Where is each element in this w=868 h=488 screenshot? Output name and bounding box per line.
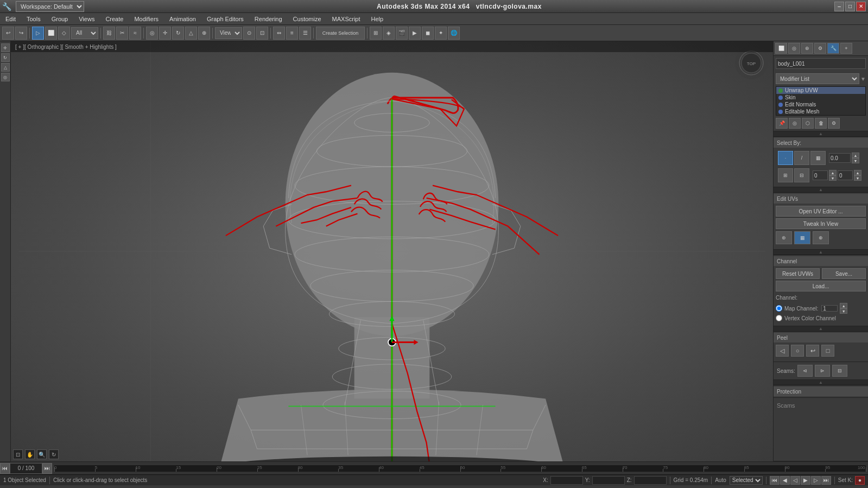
sb-edge-btn[interactable]: /: [794, 151, 809, 165]
tb-select-rotate[interactable]: ↻: [172, 27, 184, 40]
tb-unlink[interactable]: ✂: [116, 27, 128, 40]
rp-utility-btn[interactable]: ⚙: [814, 43, 826, 54]
anim-play-back[interactable]: ◁: [790, 476, 800, 485]
anim-prev-frame[interactable]: ◀: [780, 476, 790, 485]
tb-undo[interactable]: ↩: [2, 27, 14, 40]
ls-rotate[interactable]: ↻: [1, 53, 10, 62]
map-channel-value[interactable]: [821, 305, 838, 312]
peel-header[interactable]: Peel: [774, 333, 868, 343]
tb-render[interactable]: ▶: [409, 27, 421, 40]
view-maximize[interactable]: ⊡: [13, 449, 23, 459]
y-coord[interactable]: [592, 476, 625, 485]
select-filter-dropdown[interactable]: All: [71, 27, 98, 39]
val3-up[interactable]: ▲: [854, 170, 861, 175]
tb-quicksilver[interactable]: ✦: [435, 27, 447, 40]
set-key-btn[interactable]: ●: [855, 476, 865, 485]
view-zoom[interactable]: 🔍: [37, 449, 47, 459]
sb-shrink-btn[interactable]: ⊟: [794, 168, 809, 182]
mc-down[interactable]: ▼: [840, 308, 847, 314]
menu-maxscript[interactable]: MAXScript: [327, 13, 366, 25]
rp-motion-btn[interactable]: ◎: [788, 43, 800, 54]
peel-undo-btn[interactable]: ↩: [806, 345, 819, 357]
viewport[interactable]: [ + ][ Orthographic ][ Smooth + Highligh…: [11, 41, 773, 461]
tweak-in-view-btn[interactable]: Tweak In View: [776, 218, 866, 229]
map-channel-radio[interactable]: [776, 305, 782, 312]
menu-help[interactable]: Help: [366, 13, 389, 25]
tb-material[interactable]: ◈: [383, 27, 395, 40]
modifier-dropdown[interactable]: Modifier List: [776, 73, 859, 84]
remove-modifier-btn[interactable]: 🗑: [815, 118, 827, 129]
tb-select-region[interactable]: ⬜: [45, 27, 57, 40]
save-channel-btn[interactable]: Save...: [822, 268, 866, 279]
tb-render-setup[interactable]: 🎬: [396, 27, 408, 40]
tb-select-place[interactable]: ⊕: [198, 27, 210, 40]
rp-modify-btn[interactable]: 🔧: [827, 43, 839, 54]
menu-graph-editors[interactable]: Graph Editors: [201, 13, 249, 25]
uv-stitchbtn[interactable]: ⊕: [813, 231, 829, 244]
make-unique-btn[interactable]: ⬡: [802, 118, 814, 129]
rp-display-btn[interactable]: ⬜: [775, 43, 787, 54]
tb-mirror[interactable]: ⇔: [273, 27, 285, 40]
sb-expand-btn[interactable]: ⊞: [778, 168, 793, 182]
anim-go-end[interactable]: ⏭: [821, 476, 831, 485]
anim-play-fwd[interactable]: ▶: [801, 476, 810, 485]
anim-next-frame[interactable]: ▷: [811, 476, 821, 485]
filter-dropdown[interactable]: Selected: [730, 476, 763, 485]
tb-environment[interactable]: 🌐: [448, 27, 460, 40]
tb-select-move[interactable]: ✛: [159, 27, 171, 40]
sb-face-btn[interactable]: ▦: [810, 151, 826, 165]
modifier-unwrap-uvw[interactable]: Unwrap UVW: [776, 87, 865, 94]
tb-select-obj[interactable]: ◎: [146, 27, 158, 40]
menu-animation[interactable]: Animation: [164, 13, 201, 25]
sb-vertex-btn[interactable]: ·: [778, 151, 793, 165]
object-name-input[interactable]: [776, 58, 866, 69]
tb-link[interactable]: ⛓: [103, 27, 115, 40]
channel-header[interactable]: Channel: [774, 256, 868, 266]
tb-select-center[interactable]: ⊡: [256, 27, 268, 40]
reference-coord-dropdown[interactable]: View: [215, 27, 242, 39]
threshold-down[interactable]: ▼: [852, 158, 859, 163]
select-by-header[interactable]: Select By:: [774, 138, 868, 148]
open-uv-editor-btn[interactable]: Open UV Editor ...: [776, 206, 866, 217]
menu-tools[interactable]: Tools: [21, 13, 46, 25]
val2-down[interactable]: ▼: [829, 175, 837, 181]
edit-uvs-header[interactable]: Edit UVs: [774, 194, 868, 204]
tb-redo[interactable]: ↪: [15, 27, 27, 40]
menu-modifiers[interactable]: Modifiers: [129, 13, 164, 25]
tb-curve-editor[interactable]: Create Selection: [316, 27, 365, 40]
rp-hierarchy-btn[interactable]: ⊛: [801, 43, 813, 54]
select-by-threshold[interactable]: [829, 153, 851, 163]
close-button[interactable]: ✕: [856, 2, 866, 11]
menu-views[interactable]: Views: [73, 13, 100, 25]
val3-down[interactable]: ▼: [854, 175, 861, 181]
mc-up[interactable]: ▲: [840, 303, 847, 308]
val2-up[interactable]: ▲: [829, 170, 837, 175]
pin-stack-btn[interactable]: 📌: [776, 118, 788, 129]
tb-render-frame[interactable]: ◼: [422, 27, 434, 40]
load-btn[interactable]: Load...: [776, 281, 866, 291]
peel-start-btn[interactable]: ○: [791, 345, 804, 357]
ls-scale[interactable]: △: [1, 63, 10, 72]
seams-convert-btn[interactable]: ⊲: [797, 365, 813, 377]
minimize-button[interactable]: –: [834, 2, 844, 11]
tb-layer[interactable]: ☰: [299, 27, 311, 40]
menu-create[interactable]: Create: [100, 13, 129, 25]
uv-relax-btn[interactable]: ⊛: [776, 231, 792, 244]
tb-use-center[interactable]: ⊙: [243, 27, 255, 40]
lc-play-fwd[interactable]: ⏭: [42, 463, 52, 474]
reset-uvws-btn[interactable]: Reset UVWs: [776, 268, 820, 279]
view-pan[interactable]: ✋: [25, 449, 35, 459]
menu-rendering[interactable]: Rendering: [249, 13, 288, 25]
seams-expand-btn[interactable]: ⊳: [815, 365, 830, 377]
ls-move[interactable]: ✛: [1, 43, 10, 52]
threshold-up[interactable]: ▲: [852, 153, 859, 158]
anim-go-start[interactable]: ⏮: [770, 476, 780, 485]
maximize-button[interactable]: □: [845, 2, 855, 11]
tb-select-scale[interactable]: △: [185, 27, 197, 40]
uv-flatten-btn[interactable]: ▦: [794, 231, 810, 244]
tb-bind-spacewarp[interactable]: ≈: [129, 27, 141, 40]
modifier-edit-normals[interactable]: Edit Normals: [776, 101, 865, 108]
z-coord[interactable]: [634, 476, 667, 485]
timeline-bar[interactable]: 0 5 10 15 20 25 30 35 40 45 50 55 60 65 …: [54, 465, 866, 472]
peel-commit-btn[interactable]: □: [821, 345, 834, 357]
